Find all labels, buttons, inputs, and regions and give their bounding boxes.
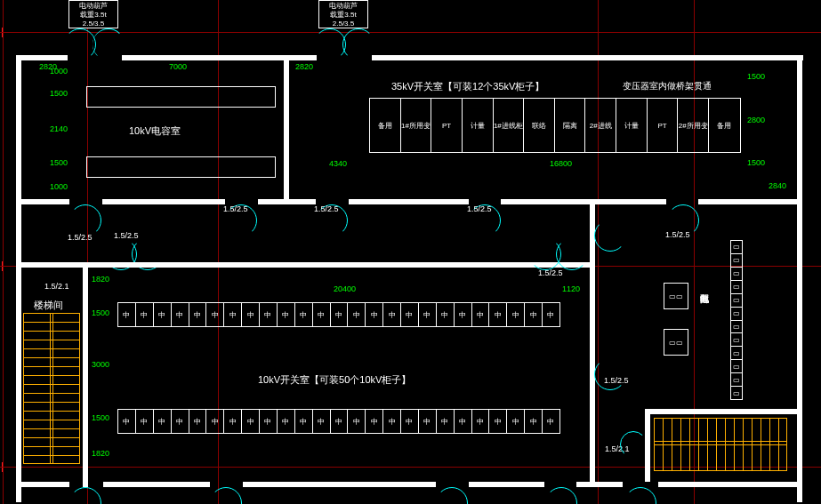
dim-label: 3000 — [92, 360, 109, 369]
cabinet-10kv: 中 — [136, 410, 154, 433]
cabinet-item: ▭ — [731, 387, 742, 399]
equip-box: ▭▭ — [664, 329, 688, 356]
transformer-note: 变压器室内做桥架贯通 — [623, 80, 712, 92]
cabinet-col-right: ▭ ▭ ▭ ▭ ▭ ▭ ▭ ▭ ▭ ▭ ▭ ▭ — [730, 240, 743, 400]
cabinet-10kv: 中 — [472, 410, 490, 433]
dim-label: 1820 — [92, 275, 109, 284]
hoist-box: 电动葫芦 载重3.5t 2.5/3.5 — [68, 0, 118, 28]
cabinet-10kv: 中 — [437, 303, 455, 326]
wall — [645, 409, 650, 482]
wall — [102, 199, 225, 204]
room-label-capacitor: 10kV电容室 — [129, 124, 181, 138]
cabinet-10kv: 中 — [383, 303, 401, 326]
cabinet-10kv: 中 — [366, 410, 383, 433]
wall — [469, 482, 544, 487]
dim-label: 20400 — [334, 284, 356, 293]
cabinet-10kv: 中 — [118, 410, 136, 433]
cabinet-10kv: 中 — [295, 303, 313, 326]
cabinet-10kv: 中 — [525, 410, 543, 433]
cabinet-10kv: 中 — [507, 303, 525, 326]
dim-label: 2820 — [295, 62, 313, 71]
cabinet-35kv: 1#所用变 — [401, 99, 432, 152]
cabinet-10kv: 中 — [348, 410, 366, 433]
dim-label: 7000 — [169, 62, 187, 71]
room-label-35kv: 35kV开关室【可装12个35kV柜子】 — [391, 80, 544, 93]
capacitor-bank — [86, 86, 276, 108]
cabinet-10kv: 中 — [242, 410, 260, 433]
dim-label: 2840 — [769, 181, 786, 190]
cabinet-10kv: 中 — [118, 303, 136, 326]
wall — [698, 199, 802, 204]
cabinet-item: ▭ — [731, 294, 742, 308]
wall — [658, 482, 802, 487]
cabinet-10kv: 中 — [260, 303, 278, 326]
cabinet-item: ▭ — [731, 281, 742, 294]
cabinet-10kv: 中 — [525, 303, 543, 326]
cabinet-35kv: 1#进线柜 — [494, 99, 525, 152]
door-size: 1.5/2.5 — [68, 233, 93, 242]
cabinet-10kv: 中 — [401, 410, 419, 433]
hoist-line: 载重3.5t — [80, 11, 106, 19]
wall — [103, 482, 210, 487]
cabinet-35kv: 备用 — [709, 99, 740, 152]
wall — [501, 199, 666, 204]
cabinet-10kv: 中 — [260, 410, 278, 433]
hoist-line: 载重3.5t — [330, 11, 356, 19]
cabinet-10kv: 中 — [366, 303, 383, 326]
hoist-line: 电动葫芦 — [329, 2, 358, 10]
cabinet-35kv: 计量 — [616, 99, 648, 152]
wall — [576, 482, 623, 487]
dim-label: 1500 — [92, 308, 109, 317]
cabinet-10kv: 中 — [419, 410, 437, 433]
dim-label: 1820 — [92, 449, 109, 458]
cabinet-10kv: 中 — [189, 303, 207, 326]
dim-label: 1500 — [747, 72, 765, 81]
cabinet-10kv: 中 — [154, 303, 172, 326]
room-label-10kv: 10kV开关室【可装50个10kV柜子】 — [258, 373, 411, 387]
cabinet-item: ▭ — [731, 333, 742, 347]
cabinet-10kv: 中 — [543, 410, 559, 433]
wall — [16, 482, 69, 487]
cabinet-10kv: 中 — [172, 303, 189, 326]
stairs — [23, 313, 80, 464]
cabinet-item: ▭ — [731, 321, 742, 334]
wall — [16, 55, 68, 60]
dim-label: 1120 — [562, 284, 580, 293]
door-arc — [545, 487, 577, 504]
door-arc — [314, 28, 346, 60]
cabinet-10kv: 中 — [242, 303, 260, 326]
dim-label: 1500 — [50, 89, 68, 98]
hoist-box: 电动葫芦 载重3.5t 2.5/3.5 — [318, 0, 368, 28]
cabinet-10kv: 中 — [136, 303, 154, 326]
cabinet-10kv: 中 — [313, 303, 331, 326]
wall — [797, 55, 802, 502]
wall — [243, 482, 436, 487]
door-arc — [594, 220, 626, 252]
cabinet-10kv: 中 — [472, 303, 490, 326]
dim-label: 2800 — [747, 116, 765, 124]
dim-label: 1500 — [747, 158, 765, 167]
cabinet-10kv: 中 — [419, 303, 437, 326]
cabinet-item: ▭ — [731, 373, 742, 387]
door-arc — [93, 28, 125, 60]
hoist-line: 2.5/3.5 — [333, 20, 354, 28]
dim-label: 2820 — [39, 62, 57, 71]
door-arc — [556, 238, 588, 270]
wall — [284, 55, 289, 204]
grid-axis — [0, 32, 821, 33]
dim-label: 4340 — [329, 159, 347, 168]
wall — [88, 262, 595, 268]
cabinet-10kv: 中 — [206, 410, 224, 433]
cabinet-item: ▭ — [731, 254, 742, 268]
cabinet-35kv: 备用 — [370, 99, 401, 152]
cabinet-item: ▭ — [731, 347, 742, 360]
dim-label: 1000 — [50, 182, 68, 191]
wall — [590, 204, 595, 482]
cabinet-10kv: 中 — [331, 410, 349, 433]
cabinet-10kv: 中 — [489, 410, 507, 433]
cabinet-10kv: 中 — [348, 303, 366, 326]
door-size: 1.5/2.5 — [223, 204, 248, 213]
cabinet-10kv: 中 — [224, 410, 242, 433]
door-arc — [342, 28, 374, 60]
hoist-line: 2.5/3.5 — [83, 20, 104, 28]
